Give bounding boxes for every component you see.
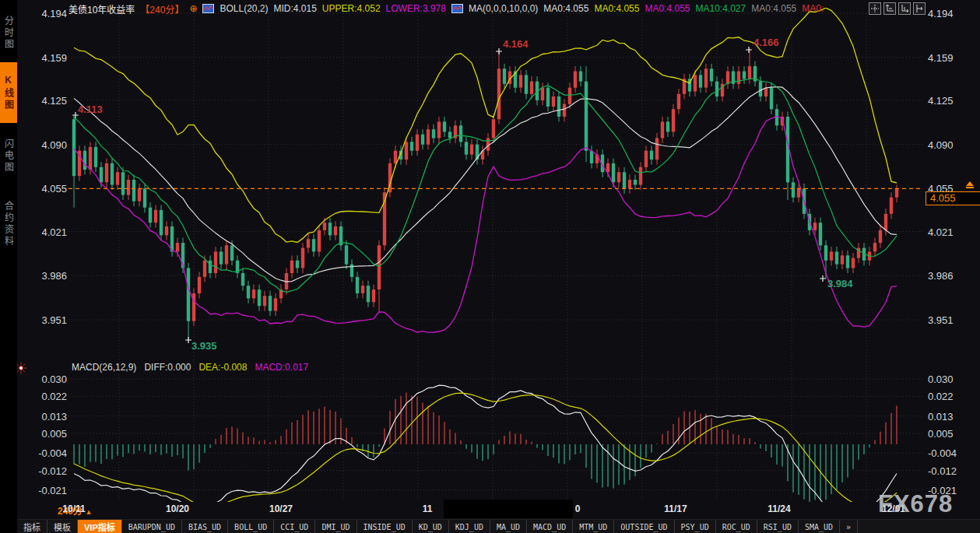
macd-axis-label-left: -0.004	[22, 447, 67, 459]
x-axis-date-label: 10/11	[49, 503, 99, 514]
kline-app-window: 4.1133.9354.1644.1663.984 分时图 K线图 闪电图 合约…	[0, 0, 980, 533]
x-axis-date-label: 10/20	[153, 503, 202, 514]
x-axis-date-label: 10/27	[256, 503, 306, 514]
macd-axis-label-left: 0.005	[22, 428, 67, 440]
indicator-tab-sma-ud[interactable]: SMA_UD	[799, 520, 840, 533]
indicator-alert-icon[interactable]	[16, 363, 26, 377]
boll-mid-value: MID:4.015	[274, 3, 317, 14]
indicator-tab-bias-ud[interactable]: BIAS_UD	[182, 520, 228, 533]
ma0-value-5: MA0:	[802, 3, 824, 14]
indicator-tab-ma-ud[interactable]: MA_UD	[490, 520, 527, 533]
candlestick-chart-pane[interactable]	[68, 8, 922, 358]
y-axis-scale-icon[interactable]	[883, 2, 896, 15]
x-axis-date-label: 11/17	[651, 503, 701, 514]
x-axis-scale-icon[interactable]	[898, 2, 911, 15]
main-axis-label-left: 4.021	[22, 226, 67, 238]
sidebar-tab-kline[interactable]: K线图	[0, 62, 17, 123]
redaction-box	[444, 500, 573, 518]
indicator-tab-kd-ud[interactable]: KD_UD	[413, 520, 449, 533]
macd-axis-label-left: 0.030	[22, 373, 67, 385]
boll-upper-value: UPPER:4.052	[322, 3, 381, 14]
indicator-tab-mtm-ud[interactable]: MTM_UD	[573, 520, 614, 533]
main-axis-label-left: 4.194	[22, 8, 67, 19]
indicator-tab-kdj-ud[interactable]: KDJ_UD	[449, 520, 490, 533]
macd-dea-value: DEA:-0.008	[198, 362, 247, 373]
indicator-tab-bar: 指标模板VIP指标BARUPDN_UDBIAS_UDBOLL_UDCCI_UDD…	[17, 519, 980, 533]
main-axis-label-left: 4.125	[22, 95, 67, 107]
ma10-value: MA10:4.027	[695, 3, 746, 14]
boll-lower-value: LOWER:3.978	[386, 3, 446, 14]
indicator-tab-barupdn-ud[interactable]: BARUPDN_UD	[122, 520, 182, 533]
macd-diff-value: DIFF:0.000	[144, 362, 191, 373]
macd-params-label: MACD(26,12,9)	[72, 362, 136, 373]
indicator-tab-psy-ud[interactable]: PSY_UD	[675, 520, 716, 533]
crosshair-icon[interactable]	[869, 2, 881, 15]
sidebar-tab-lightning[interactable]: 闪电图	[0, 126, 17, 185]
x-axis-date-label: 11/24	[754, 503, 804, 514]
boll-label: BOLL(20,2)	[220, 3, 268, 14]
macd-axis-label-right: -0.004	[928, 447, 978, 459]
main-axis-label-right: 3.951	[928, 314, 978, 326]
indicator-tab-vip-[interactable]: VIP指标	[78, 520, 122, 533]
indicator-tab-boll-ud[interactable]: BOLL_UD	[228, 520, 274, 533]
main-axis-label-right: 4.021	[928, 226, 978, 238]
macd-indicator-pane[interactable]	[68, 375, 922, 501]
indicator-tab--[interactable]: 模板	[47, 520, 78, 533]
main-axis-label-left: 3.951	[22, 314, 67, 326]
price-marker-icon	[965, 181, 975, 189]
ma0-value-1: MA0:4.055	[543, 3, 588, 14]
indicator-tab-cci-ud[interactable]: CCI_UD	[274, 520, 315, 533]
main-axis-label-right: 4.125	[928, 95, 978, 107]
macd-axis-label-right: 0.022	[928, 391, 978, 402]
main-axis-label-right: 4.194	[928, 8, 978, 19]
left-sidebar: 分时图 K线图 闪电图 合约资料	[0, 0, 17, 533]
main-axis-label-right: 4.159	[928, 52, 978, 64]
chart-toolbar	[869, 2, 926, 15]
last-price-badge: 4.055	[926, 191, 980, 205]
macd-axis-label-left: -0.021	[22, 485, 67, 496]
macd-header: MACD(26,12,9) DIFF:0.000 DEA:-0.008 MACD…	[72, 362, 308, 373]
period-tag[interactable]: 【240分】	[140, 2, 184, 16]
fx678-watermark: FX678	[878, 490, 953, 518]
indicator-tab-outside-ud[interactable]: OUTSIDE_UD	[614, 520, 674, 533]
instrument-title: 美债10年收益率	[68, 2, 135, 16]
indicator-tab-macd-ud[interactable]: MACD_UD	[527, 520, 573, 533]
indicator-tab-rsi-ud[interactable]: RSI_UD	[757, 520, 799, 533]
macd-axis-label-right: -0.012	[928, 465, 978, 477]
collapse-indicator-icon[interactable]: ⊕	[189, 3, 197, 14]
indicator-tab-dmi-ud[interactable]: DMI_UD	[315, 520, 357, 533]
ma0-value-2: MA0:4.055	[594, 3, 639, 14]
main-axis-label-right: 4.090	[928, 139, 978, 151]
sidebar-tab-contract-info[interactable]: 合约资料	[0, 188, 17, 260]
main-axis-label-left: 4.090	[22, 139, 67, 151]
macd-axis-label-left: 0.013	[22, 411, 67, 423]
indicator-tab-inside-ud[interactable]: INSIDE_UD	[357, 520, 413, 533]
shift-right-icon[interactable]	[913, 2, 926, 15]
main-axis-label-left: 3.986	[22, 270, 67, 282]
chart-header: 美债10年收益率 【240分】 ⊕ BOLL(20,2) MID:4.015 U…	[68, 2, 824, 16]
indicator-tab--[interactable]: 指标	[17, 520, 47, 533]
main-axis-label-left: 4.159	[22, 52, 67, 64]
macd-macd-value: MACD:0.017	[255, 362, 308, 373]
ma-chart-icon[interactable]	[451, 4, 463, 13]
macd-axis-label-right: 0.013	[928, 411, 978, 423]
macd-axis-label-right: 0.005	[928, 428, 978, 440]
macd-axis-label-right: 0.030	[928, 373, 978, 385]
indicator-tab--[interactable]: »	[840, 520, 858, 533]
main-axis-label-right: 3.986	[928, 270, 978, 282]
ma0-value-3: MA0:4.055	[645, 3, 690, 14]
main-axis-label-left: 4.055	[22, 183, 67, 195]
macd-axis-label-left: 0.022	[22, 391, 67, 402]
sidebar-tab-timeshare[interactable]: 分时图	[0, 5, 17, 61]
indicator-tab-roc-ud[interactable]: ROC_UD	[716, 520, 757, 533]
macd-axis-label-left: -0.012	[22, 465, 67, 477]
boll-chart-icon[interactable]	[202, 4, 214, 13]
ma-params-label: MA(0,0,0,10,0,0)	[469, 3, 538, 14]
ma0-value-4: MA0:4.055	[751, 3, 796, 14]
